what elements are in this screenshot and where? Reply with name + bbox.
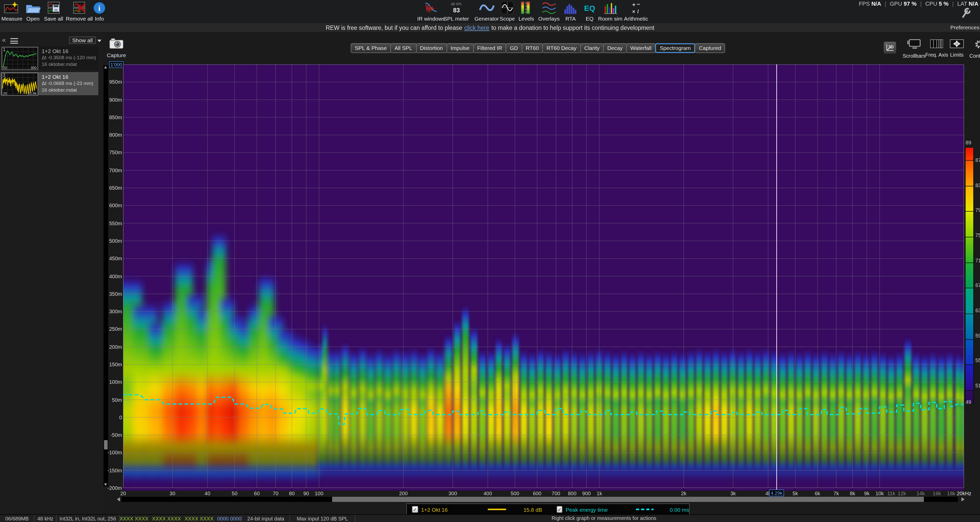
tab-all-spl[interactable]: All SPL [390,43,416,53]
scroll-left-icon[interactable] [117,497,120,501]
tab-decay[interactable]: Decay [603,43,627,53]
show-all-dropdown[interactable]: Show all [69,36,96,44]
tab-rt60[interactable]: RT60 [522,43,543,53]
legend-dash-sample [636,509,653,510]
save-all-icon [46,1,61,14]
freq-axis-icon [930,39,943,51]
x-tick-label: 1k [597,490,602,496]
donation-link[interactable]: click here [464,24,489,31]
tab-distortion[interactable]: Distortion [416,43,447,53]
svg-text:/: / [638,9,639,14]
y-tick-label: 300m [103,309,122,314]
x-tick-label: 400 [484,490,492,496]
3d-view-button[interactable]: 3D [883,41,897,54]
spl-meter-button[interactable]: dB SPL83SPL meter [444,1,469,22]
tab-impulse[interactable]: Impulse [447,43,474,53]
measure-button[interactable]: Measure [1,1,22,22]
vertical-scroll-thumb[interactable] [104,440,108,449]
x-tick-label: 20 [120,490,126,496]
toolbar-label: IR windows [417,16,445,22]
x-tick-label: 100 [315,490,323,496]
color-scale-tick: 71 [975,257,980,263]
remove-all-icon [72,1,87,14]
legend-checkbox[interactable]: ✓ [412,506,418,513]
scroll-right-icon[interactable] [961,497,964,501]
tab-rt60-decay[interactable]: RT60 Decay [542,43,581,53]
camera-icon [109,38,124,51]
remove-all-button[interactable]: Remove all [66,1,93,22]
info-button[interactable]: iInfo [93,1,106,22]
tab-gd[interactable]: GD [506,43,522,53]
thumb-xmax: 300 [31,66,37,70]
x-tick-label: 3k [730,490,736,496]
freq-axis-button[interactable]: Freq. Axis [926,39,948,58]
scope-button[interactable]: Scope [500,1,515,22]
x-tick-label: 16k [932,490,941,496]
horizontal-scroll-thumb[interactable] [332,497,924,502]
save-all-button[interactable]: Save all [44,1,63,22]
menu-icon[interactable] [10,38,18,45]
levels-icon: 0369 [520,1,533,14]
tab-clarity[interactable]: Clarity [580,43,604,53]
toolbar-label: Scope [500,16,515,22]
rta-button[interactable]: RTA [563,1,578,22]
svg-text:×: × [632,9,635,14]
y-tick-label: 350m [103,291,122,297]
legend-checkbox[interactable]: ✓ [557,506,563,513]
toolbar-label: RTA [565,16,576,22]
scroll-up-icon[interactable] [104,66,107,68]
y-tick-label: 900m [103,97,122,102]
legend-time-value: 0.00 ms [670,506,689,512]
y-tick-label: 450m [103,255,122,261]
graph-button-label: Limits [950,52,964,58]
measurement-item-2[interactable]: 22020.0k1+2 Okt 16Δt -0.0668 ms (-23 mm)… [0,72,99,95]
color-scale-segment [965,340,974,365]
status-cell: Int32L in, Int32L out, 256 [57,515,119,522]
y-tick-label: 600m [103,203,122,208]
x-tick-label: 900 [582,490,591,496]
x-tick-label: 80 [289,490,294,496]
tab-waterfall[interactable]: Waterfall [626,43,655,53]
controls-button[interactable]: Controls [969,39,980,59]
eq-icon: EQ [582,1,597,14]
open-button[interactable]: Open [25,1,41,22]
overlays-button[interactable]: Overlays [538,1,560,22]
color-scale-tick: 67 [975,282,980,288]
measurement-item-1[interactable]: 1203001+2 Okt 16Δt -0.3508 ms (-120 mm)1… [0,46,99,70]
measure-icon [4,1,19,14]
y-tick-label: 50m [103,397,122,403]
toolbar-label: Save all [44,16,63,22]
levels-button[interactable]: 0369Levels [519,1,534,22]
tab-filtered-ir[interactable]: Filtered IR [473,43,506,53]
y-tick-label: 400m [103,273,122,279]
y-tick-label: 250m [103,326,122,332]
scrollbars-button[interactable]: Scrollbars [903,39,926,59]
color-scale-segment [965,314,974,340]
room-sim-button[interactable]: Room sim [598,1,623,22]
svg-text:3D: 3D [888,44,894,49]
tab-spectrogram[interactable]: Spectrogram [655,43,695,53]
limits-button[interactable]: Limits [950,39,964,58]
eq-button[interactable]: EQEQ [582,1,597,22]
chevron-down-icon[interactable] [97,40,102,42]
preferences-label[interactable]: Preferences [950,24,980,30]
toolbar-label: Info [95,16,104,22]
arithmetic-button[interactable]: +−×/Arithmetic [624,1,648,22]
toolbar-label: SPL meter [444,16,469,22]
generator-button[interactable]: Generator [474,1,499,22]
spectrogram-plot[interactable] [123,64,964,493]
svg-text:dB SPL: dB SPL [450,2,462,6]
tab-captured[interactable]: Captured [695,43,725,53]
collapse-panel-icon[interactable]: « [2,36,6,44]
graph-tab-bar: SPL & PhaseAll SPLDistortionImpulseFilte… [351,43,725,53]
y-axis-max-input[interactable]: 1'000 [109,61,124,68]
capture-label: Capture [107,52,126,58]
graph-button-label: Scrollbars [903,53,926,59]
ir-windows-button[interactable]: IR windows [417,1,445,22]
capture-button[interactable]: Capture [106,38,127,58]
horizontal-scroll-track[interactable] [121,497,958,502]
tab-spl-phase[interactable]: SPL & Phase [351,43,391,53]
svg-text:i: i [99,3,100,12]
wrench-icon[interactable] [961,7,972,21]
status-cell: Max input 120 dB SPL [290,515,355,522]
